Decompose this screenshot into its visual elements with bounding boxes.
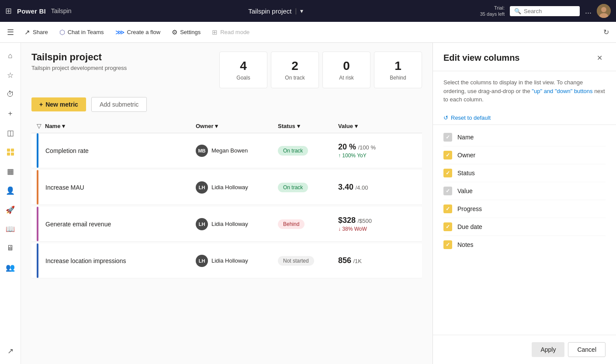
filter-icon[interactable]: ▽ bbox=[37, 122, 42, 129]
refresh-icon[interactable]: ↻ bbox=[603, 28, 609, 36]
status-cell: Behind bbox=[278, 219, 335, 229]
column-checkbox-owner[interactable] bbox=[443, 151, 452, 159]
sidebar-item-monitor[interactable]: 🖥 bbox=[2, 239, 19, 257]
sidebar-item-dashboard[interactable]: ▦ bbox=[2, 163, 19, 180]
cancel-button[interactable]: Cancel bbox=[568, 342, 606, 357]
project-header: Tailspin project Tailspin project develo… bbox=[31, 52, 422, 88]
sidebar-item-favorites[interactable]: ☆ bbox=[2, 66, 19, 84]
share-icon: ↗ bbox=[24, 28, 30, 36]
search-input[interactable] bbox=[524, 8, 575, 14]
sidebar-item-scorecard[interactable] bbox=[2, 143, 19, 161]
project-dropdown-chevron[interactable]: ▾ bbox=[300, 7, 303, 14]
up-down-link[interactable]: "up" and "down" buttons bbox=[532, 88, 592, 94]
table-row[interactable]: Increase MAU LH Lidia Holloway On track … bbox=[31, 170, 422, 205]
user-avatar[interactable] bbox=[597, 4, 611, 18]
teams-icon: ⬡ bbox=[59, 28, 65, 36]
sidebar-item-apps[interactable]: ◫ bbox=[2, 124, 19, 142]
column-checkbox-duedate[interactable] bbox=[443, 222, 452, 231]
svg-rect-6 bbox=[11, 153, 14, 156]
status-badge: On track bbox=[278, 183, 308, 192]
settings-icon: ⚙ bbox=[172, 28, 177, 36]
search-box[interactable]: 🔍 bbox=[510, 6, 580, 16]
content-area: Tailspin project Tailspin project develo… bbox=[21, 43, 433, 364]
stat-card-ontrack: 2 On track bbox=[271, 52, 319, 88]
share-button[interactable]: ↗ Share bbox=[20, 26, 52, 39]
column-item-name: Name bbox=[443, 128, 606, 146]
value-cell: 856 /1K bbox=[338, 256, 417, 265]
owner-avatar: LH bbox=[196, 255, 208, 267]
stat-card-goals: 4 Goals bbox=[219, 52, 267, 88]
column-checkbox-value[interactable] bbox=[443, 187, 452, 195]
stat-card-behind: 1 Behind bbox=[374, 52, 422, 88]
column-checkbox-name[interactable] bbox=[443, 133, 452, 142]
column-checkbox-progress[interactable] bbox=[443, 205, 452, 213]
chat-teams-button[interactable]: ⬡ Chat in Teams bbox=[55, 26, 108, 39]
column-item-status: Status bbox=[443, 164, 606, 182]
more-options-icon[interactable]: ... bbox=[585, 7, 592, 16]
owner-cell: LH Lidia Holloway bbox=[196, 255, 274, 267]
table-header: ▽ Name ▾ Owner ▾ Status ▾ Value ▾ bbox=[31, 119, 422, 133]
settings-button[interactable]: ⚙ Settings bbox=[167, 26, 205, 39]
actions-bar: + New metric Add submetric bbox=[31, 97, 422, 112]
table-row[interactable]: Completion rate MB Megan Bowen On track … bbox=[31, 133, 422, 168]
value-cell: $328 /$500 ↓ 38% WoW bbox=[338, 216, 417, 232]
table-row[interactable]: Increase location impressions LH Lidia H… bbox=[31, 243, 422, 278]
col-header-value[interactable]: Value ▾ bbox=[338, 123, 417, 129]
reset-to-default-button[interactable]: ↺ Reset to default bbox=[433, 111, 616, 125]
sidebar-item-create[interactable]: + bbox=[2, 105, 19, 122]
sidebar-item-recent[interactable]: ⏱ bbox=[2, 86, 19, 103]
secondary-toolbar: ☰ ↗ Share ⬡ Chat in Teams ⋙ Create a flo… bbox=[0, 22, 616, 43]
ontrack-label: On track bbox=[282, 75, 308, 81]
name-sort-icon: ▾ bbox=[62, 123, 65, 129]
metrics-table: ▽ Name ▾ Owner ▾ Status ▾ Value ▾ bbox=[31, 119, 422, 278]
sidebar-item-external[interactable]: ↗ bbox=[2, 342, 19, 360]
column-checkbox-notes[interactable] bbox=[443, 240, 452, 249]
sidebar-item-home[interactable]: ⌂ bbox=[2, 47, 19, 65]
sidebar-item-launch[interactable]: 🚀 bbox=[2, 201, 19, 218]
status-cell: On track bbox=[278, 183, 335, 192]
sidebar-item-people[interactable]: 👤 bbox=[2, 182, 19, 199]
add-submetric-button[interactable]: Add submetric bbox=[91, 97, 147, 112]
sidebar-item-book[interactable]: 📖 bbox=[2, 220, 19, 238]
col-header-owner[interactable]: Owner ▾ bbox=[196, 123, 274, 129]
atrisk-value: 0 bbox=[333, 59, 360, 73]
create-flow-button[interactable]: ⋙ Create a flow bbox=[111, 26, 165, 39]
apply-button[interactable]: Apply bbox=[532, 342, 564, 357]
row-indicator bbox=[37, 170, 38, 205]
svg-rect-5 bbox=[7, 153, 10, 156]
table-row[interactable]: Generate email revenue LH Lidia Holloway… bbox=[31, 207, 422, 242]
col-header-name[interactable]: Name ▾ bbox=[45, 123, 192, 129]
columns-list: Name Owner Status Value Progress bbox=[433, 125, 616, 335]
svg-rect-4 bbox=[11, 149, 14, 152]
status-badge: Behind bbox=[278, 219, 305, 229]
read-mode-button[interactable]: ⊞ Read mode bbox=[208, 26, 254, 39]
project-center: Tailspin project | ▾ bbox=[77, 7, 475, 15]
metric-name: Completion rate bbox=[45, 147, 192, 154]
panel-close-button[interactable]: ✕ bbox=[593, 52, 606, 64]
column-label-name: Name bbox=[457, 134, 474, 141]
owner-avatar: LH bbox=[196, 218, 208, 230]
grid-icon[interactable]: ⊞ bbox=[5, 6, 12, 16]
column-label-value: Value bbox=[457, 187, 473, 194]
column-label-duedate: Due date bbox=[457, 223, 482, 230]
column-item-progress: Progress bbox=[443, 200, 606, 218]
sidebar-item-groups[interactable]: 👥 bbox=[2, 259, 19, 276]
col-header-status[interactable]: Status ▾ bbox=[278, 123, 335, 129]
owner-cell: LH Lidia Holloway bbox=[196, 218, 274, 230]
stat-cards: 4 Goals 2 On track 0 At risk 1 Behind bbox=[219, 52, 422, 88]
panel-footer: Apply Cancel bbox=[433, 335, 616, 364]
status-cell: Not started bbox=[278, 256, 335, 266]
hamburger-icon[interactable]: ☰ bbox=[7, 28, 14, 37]
status-sort-icon: ▾ bbox=[297, 123, 300, 129]
value-change: ↑ 100% YoY bbox=[338, 153, 417, 159]
project-name-label: Tailspin project bbox=[248, 7, 291, 15]
new-metric-button[interactable]: + New metric bbox=[31, 97, 86, 111]
column-item-notes: Notes bbox=[443, 236, 606, 253]
workspace-label: Tailspin bbox=[51, 7, 72, 14]
metric-name: Increase location impressions bbox=[45, 257, 192, 264]
metric-name: Increase MAU bbox=[45, 184, 192, 191]
column-checkbox-status[interactable] bbox=[443, 169, 452, 177]
topbar-right: Trial: 35 days left 🔍 ... bbox=[480, 4, 611, 18]
plus-icon: + bbox=[39, 101, 43, 108]
column-item-value: Value bbox=[443, 182, 606, 200]
